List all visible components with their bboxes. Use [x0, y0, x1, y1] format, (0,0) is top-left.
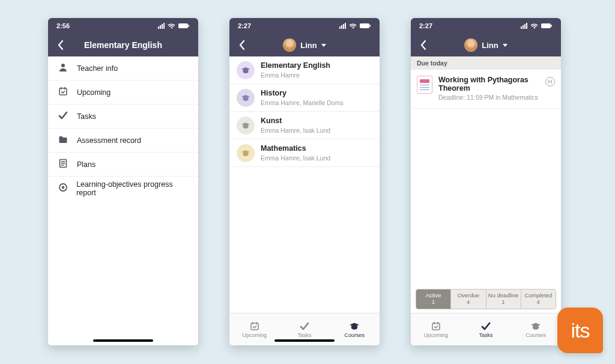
course-teachers: Emma Hamre, Marielle Doms [261, 99, 344, 106]
profile-switcher[interactable]: Linn [229, 38, 380, 52]
wifi-icon [530, 23, 538, 29]
folder-icon [56, 135, 70, 147]
cap-icon [237, 61, 255, 79]
calendar-icon [431, 321, 441, 331]
battery-icon [541, 23, 553, 29]
phone-tasks: 2:27 Linn Due today Working with Pythago… [411, 18, 561, 345]
wifi-icon [349, 23, 357, 29]
menu-item-upcoming[interactable]: Upcoming [48, 80, 198, 105]
segment-active[interactable]: Active 1 [416, 290, 451, 309]
menu-item-label: Assessment record [77, 136, 141, 145]
segment-overdue[interactable]: Overdue 4 [451, 290, 486, 309]
document-icon [417, 76, 432, 94]
page-title: Elementary English [48, 40, 198, 50]
menu-item-objectives[interactable]: Learning-objectives progress report [48, 177, 198, 201]
chevron-left-icon [58, 40, 64, 50]
cap-icon [530, 321, 541, 331]
course-teachers: Emma Hamre, Isak Lund [261, 127, 330, 134]
menu-item-teacher-info[interactable]: Teacher info [48, 56, 198, 80]
menu-item-tasks[interactable]: Tasks [48, 105, 198, 129]
tab-courses[interactable]: Courses [511, 314, 561, 345]
course-title: Elementary English [261, 61, 330, 70]
task-title: Working with Pythagoras Theorem [438, 76, 539, 93]
header: Linn [229, 34, 380, 56]
check-icon [56, 111, 70, 123]
task-deadline: Deadline: 11:59 PM in Mathematics [438, 94, 539, 101]
phone-courses-list: 2:27 Linn Elementary English E [229, 18, 380, 345]
course-row[interactable]: Kunst Emma Hamre, Isak Lund [229, 112, 380, 139]
signal-icon [157, 23, 165, 29]
menu-item-label: Tasks [77, 112, 96, 121]
task-badge: H [545, 77, 555, 86]
segment-completed[interactable]: Completed 4 [521, 290, 556, 309]
status-icons [339, 23, 371, 29]
profile-switcher[interactable]: Linn [411, 38, 561, 52]
status-time: 2:27 [238, 22, 251, 29]
tab-label: Upcoming [242, 332, 267, 338]
wifi-icon [168, 23, 175, 29]
menu-item-label: Learning-objectives progress report [76, 180, 190, 197]
tab-label: Courses [526, 332, 547, 338]
home-indicator[interactable] [93, 339, 153, 342]
back-button[interactable] [53, 37, 68, 53]
phone-course-detail: 2:56 Elementary English Teacher info Upc… [48, 18, 198, 345]
check-icon [480, 321, 491, 331]
course-title: Kunst [261, 117, 330, 125]
header: Elementary English [48, 34, 198, 56]
courses-list: Elementary English Emma Hamre History Em… [229, 56, 380, 167]
tab-upcoming[interactable]: Upcoming [229, 314, 279, 345]
course-row[interactable]: Mathematics Emma Hamre, Isak Lund [229, 139, 380, 167]
signal-icon [339, 23, 347, 29]
profile-name: Linn [482, 41, 498, 50]
cap-icon [237, 117, 255, 135]
status-bar: 2:27 [411, 18, 561, 34]
segment-count: 1 [486, 299, 521, 305]
course-teachers: Emma Hamre [261, 71, 330, 79]
cap-icon [349, 321, 360, 331]
segment-count: 4 [451, 299, 485, 305]
header: Linn [411, 34, 561, 56]
menu-item-label: Teacher info [77, 64, 118, 73]
avatar [464, 38, 477, 52]
tab-bar: Upcoming Tasks Courses [411, 313, 561, 345]
segment-count: 1 [416, 299, 450, 305]
tab-upcoming[interactable]: Upcoming [411, 314, 461, 345]
user-icon [56, 62, 70, 74]
segment-label: Completed [521, 293, 556, 299]
its-logo: its [557, 308, 603, 353]
battery-icon [359, 23, 371, 29]
battery-icon [178, 23, 190, 29]
course-title: History [261, 89, 344, 97]
segment-label: Overdue [451, 293, 485, 299]
task-row[interactable]: Working with Pythagoras Theorem Deadline… [411, 70, 561, 109]
chevron-down-icon [321, 44, 326, 47]
menu-item-assessment[interactable]: Assessment record [48, 129, 198, 153]
status-time: 2:27 [419, 22, 432, 29]
cap-icon [237, 144, 255, 162]
course-menu: Teacher info Upcoming Tasks Assessment r… [48, 56, 198, 345]
status-time: 2:56 [56, 22, 70, 29]
chevron-down-icon [503, 44, 507, 47]
status-icons [157, 23, 190, 29]
segment-count: 4 [521, 299, 556, 305]
status-bar: 2:27 [229, 18, 380, 34]
tab-tasks[interactable]: Tasks [461, 314, 510, 345]
tab-courses[interactable]: Courses [330, 314, 380, 345]
tab-label: Upcoming [423, 332, 448, 338]
calendar-icon [56, 86, 70, 99]
segment-nodeadline[interactable]: No deadline 1 [486, 290, 521, 309]
home-indicator[interactable] [274, 339, 335, 342]
avatar [283, 38, 296, 52]
course-row[interactable]: Elementary English Emma Hamre [229, 56, 380, 84]
course-title: Mathematics [261, 144, 330, 153]
segment-label: Active [416, 293, 450, 299]
tab-label: Courses [345, 332, 365, 338]
menu-item-plans[interactable]: Plans [48, 153, 198, 177]
plan-icon [56, 159, 70, 171]
course-row[interactable]: History Emma Hamre, Marielle Doms [229, 84, 380, 112]
segment-label: No deadline [486, 293, 521, 299]
check-icon [299, 321, 310, 331]
logo-text: its [571, 319, 590, 342]
course-teachers: Emma Hamre, Isak Lund [261, 154, 330, 162]
calendar-icon [249, 321, 260, 331]
